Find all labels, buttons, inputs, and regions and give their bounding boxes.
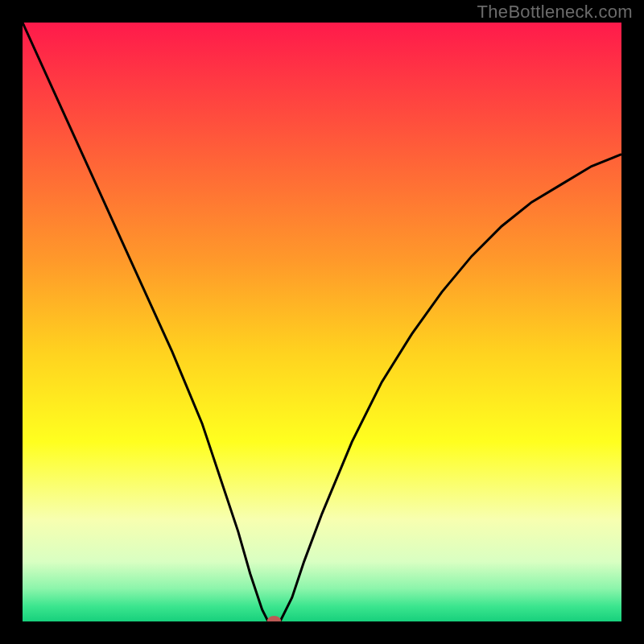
chart-frame: TheBottleneck.com xyxy=(0,0,644,644)
chart-svg xyxy=(23,23,621,621)
plot-area xyxy=(23,23,621,621)
gradient-background xyxy=(23,23,621,621)
watermark-text: TheBottleneck.com xyxy=(477,2,633,23)
